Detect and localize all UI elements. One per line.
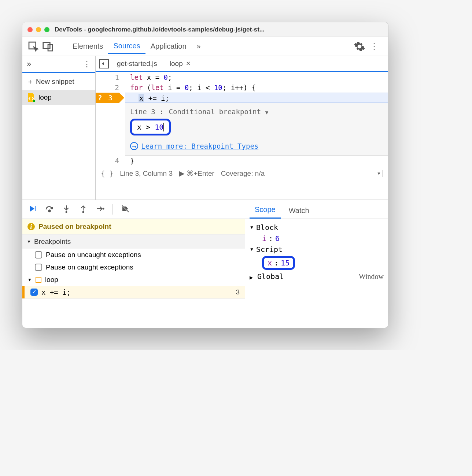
- svg-rect-1: [43, 42, 50, 48]
- code-line[interactable]: x += i;: [125, 93, 388, 103]
- code-editor[interactable]: 12?34 let x = 0;for (let i = 0; i < 10; …: [96, 72, 388, 166]
- inspect-icon[interactable]: [27, 41, 39, 52]
- more-tabs-icon[interactable]: »: [192, 39, 206, 53]
- breakpoints-header[interactable]: ▼ Breakpoints: [22, 235, 245, 249]
- snippets-sidebar: » ⋮ ＋ New snippet loop: [22, 56, 96, 200]
- pause-uncaught-label: Pause on uncaught exceptions: [46, 251, 141, 259]
- line-number[interactable]: 4: [96, 156, 119, 166]
- bp-line-number: 3: [236, 288, 240, 296]
- code-line[interactable]: }: [125, 156, 388, 166]
- svg-point-6: [82, 211, 84, 213]
- pause-caught-row[interactable]: Pause on caught exceptions: [22, 261, 245, 274]
- close-window-button[interactable]: [27, 27, 33, 32]
- tab-elements[interactable]: Elements: [67, 39, 108, 53]
- editor-area: get-started.js loop ✕ 12?34 let x = 0;fo…: [96, 56, 388, 200]
- svg-point-4: [49, 210, 51, 212]
- bp-entry-row[interactable]: x += i; 3: [22, 286, 245, 298]
- format-icon[interactable]: { }: [101, 170, 113, 178]
- disclosure-triangle-icon: ▼: [27, 239, 31, 244]
- svg-rect-3: [35, 206, 36, 211]
- scope-panel: Scope Watch ▼Blocki: 6▼Scriptx: 15▶ Glob…: [245, 200, 388, 328]
- tab-watch[interactable]: Watch: [284, 203, 314, 219]
- arrow-circle-icon: →: [130, 142, 138, 150]
- pause-uncaught-row[interactable]: Pause on uncaught exceptions: [22, 249, 245, 261]
- breakpoint-editor: Line 3 :Conditional breakpoint ▼x > 10→L…: [125, 103, 388, 156]
- new-snippet-label: New snippet: [36, 78, 74, 86]
- cursor-position: Line 3, Column 3: [120, 170, 173, 178]
- debug-toolbar: [22, 200, 245, 219]
- deactivate-breakpoints-icon[interactable]: [121, 204, 130, 215]
- debugger-panel: i Paused on breakpoint ▼ Breakpoints Pau…: [22, 200, 245, 328]
- code-line[interactable]: let x = 0;: [125, 72, 388, 82]
- line-number[interactable]: 2: [96, 82, 119, 93]
- bp-line-label: Line 3 :: [130, 108, 164, 116]
- scope-group[interactable]: ▼Block: [250, 222, 384, 233]
- navigator-toggle-icon[interactable]: [99, 59, 109, 68]
- maximize-window-button[interactable]: [44, 27, 49, 32]
- step-icon[interactable]: [96, 204, 104, 215]
- editor-statusbar: { } Line 3, Column 3 ▶ ⌘+Enter Coverage:…: [96, 166, 388, 181]
- bp-code-text: x += i;: [41, 288, 71, 296]
- scope-variable[interactable]: x: 15: [250, 255, 384, 271]
- paused-label: Paused on breakpoint: [38, 223, 111, 231]
- close-icon[interactable]: ✕: [186, 60, 191, 67]
- tab-sources[interactable]: Sources: [108, 39, 145, 54]
- file-tab-loop[interactable]: loop ✕: [165, 57, 195, 70]
- sidebar-menu-icon[interactable]: ⋮: [83, 59, 91, 69]
- minimize-window-button[interactable]: [36, 27, 41, 32]
- snippet-bp-icon: [36, 277, 41, 283]
- checkbox-icon[interactable]: [35, 251, 42, 259]
- file-tab-label: loop: [170, 60, 183, 68]
- learn-more-link[interactable]: →Learn more: Breakpoint Types: [130, 142, 388, 150]
- line-number[interactable]: ?3: [96, 93, 119, 103]
- disclosure-triangle-icon: ▼: [27, 277, 32, 282]
- titlebar: DevTools - googlechrome.github.io/devtoo…: [22, 22, 388, 37]
- tab-application[interactable]: Application: [145, 39, 192, 53]
- collapse-icon[interactable]: ▼: [375, 170, 383, 177]
- checkbox-icon[interactable]: [35, 264, 42, 271]
- new-snippet-button[interactable]: ＋ New snippet: [22, 73, 95, 90]
- paused-banner: i Paused on breakpoint: [22, 219, 245, 235]
- scope-variable[interactable]: i: 6: [250, 233, 384, 244]
- tab-scope[interactable]: Scope: [250, 202, 281, 219]
- bp-condition-input[interactable]: x > 10: [130, 119, 171, 135]
- scope-tabs: Scope Watch: [245, 200, 388, 219]
- scope-group[interactable]: ▶ GlobalWindow: [250, 271, 384, 282]
- kebab-menu-icon[interactable]: ⋮: [368, 41, 380, 52]
- snippet-file-icon: [27, 93, 35, 102]
- resume-icon[interactable]: [28, 204, 37, 215]
- sidebar-more-icon[interactable]: »: [27, 59, 31, 69]
- device-toggle-icon[interactable]: [42, 41, 54, 52]
- code-line[interactable]: for (let i = 0; i < 10; i++) {: [125, 82, 388, 93]
- step-into-icon[interactable]: [62, 204, 71, 215]
- scope-group[interactable]: ▼Script: [250, 244, 384, 255]
- checkbox-icon[interactable]: [30, 289, 38, 296]
- svg-point-5: [66, 211, 67, 213]
- line-number[interactable]: 1: [96, 72, 119, 82]
- breakpoints-label: Breakpoints: [34, 238, 71, 246]
- svg-point-7: [103, 208, 104, 209]
- gear-icon[interactable]: [354, 41, 365, 52]
- file-tab-get-started[interactable]: get-started.js: [113, 57, 162, 70]
- coverage-label: Coverage: n/a: [221, 170, 265, 178]
- toolbar-divider: [62, 41, 62, 52]
- bp-file-row[interactable]: ▼ loop: [22, 274, 245, 286]
- sidebar-head: » ⋮: [22, 56, 95, 72]
- info-icon: i: [27, 223, 35, 230]
- editor-tabs: get-started.js loop ✕: [96, 56, 388, 72]
- devtools-window: DevTools - googlechrome.github.io/devtoo…: [22, 22, 388, 328]
- traffic-lights: [27, 27, 49, 32]
- bp-type-dropdown[interactable]: Conditional breakpoint ▼: [169, 108, 269, 116]
- file-tab-label: get-started.js: [117, 60, 157, 68]
- main-toolbar: Elements Sources Application » ⋮: [22, 37, 388, 56]
- run-shortcut[interactable]: ▶ ⌘+Enter: [179, 169, 214, 178]
- step-over-icon[interactable]: [45, 204, 54, 215]
- snippet-item-loop[interactable]: loop: [22, 90, 95, 105]
- bp-file-label: loop: [45, 276, 58, 284]
- window-title: DevTools - googlechrome.github.io/devtoo…: [55, 26, 265, 33]
- plus-icon: ＋: [27, 77, 34, 86]
- step-out-icon[interactable]: [79, 204, 88, 215]
- pause-caught-label: Pause on caught exceptions: [46, 263, 133, 271]
- snippet-name: loop: [38, 93, 52, 101]
